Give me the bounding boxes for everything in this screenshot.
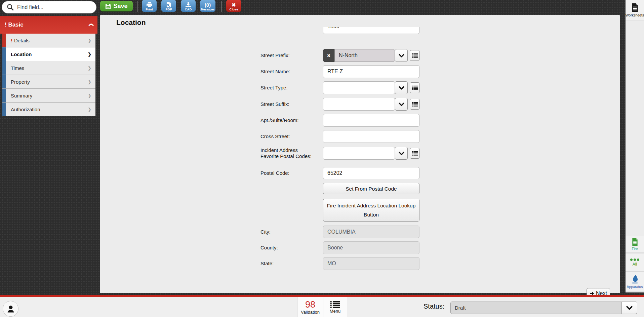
required-flag: ! bbox=[11, 38, 12, 43]
street-name-input[interactable] bbox=[323, 65, 419, 78]
state-ctrl: MO bbox=[323, 257, 419, 270]
favorite-postal-codes-dropdown-button[interactable] bbox=[395, 147, 408, 160]
street-number-input[interactable] bbox=[323, 27, 419, 34]
city-row: City: COLUMBIA bbox=[100, 226, 620, 238]
fire-label: Fire bbox=[632, 247, 638, 251]
postal-code-label: Postal Code: bbox=[260, 170, 321, 176]
messages-button[interactable]: (0) Messages bbox=[200, 0, 215, 12]
apparatus-tab[interactable]: Apparatus bbox=[626, 272, 644, 291]
sidebar-section-basic[interactable]: ! Basic ❯ bbox=[0, 16, 97, 34]
cross-street-label: Cross Street: bbox=[260, 133, 321, 140]
item-accent-bar bbox=[2, 103, 6, 116]
worksheets-tab[interactable]: Worksheets bbox=[626, 0, 644, 21]
street-prefix-list-button[interactable] bbox=[410, 50, 420, 61]
chevron-down-icon bbox=[399, 86, 404, 90]
sidebar-item-label: Property bbox=[11, 79, 30, 85]
apparatus-label: Apparatus bbox=[627, 285, 643, 289]
item-accent-bar bbox=[2, 89, 6, 102]
search-input[interactable] bbox=[17, 4, 91, 10]
street-type-dropdown-button[interactable] bbox=[395, 81, 408, 94]
item-accent-bar bbox=[2, 47, 6, 61]
user-avatar[interactable] bbox=[3, 301, 18, 317]
fire-tab[interactable]: Fire bbox=[626, 236, 644, 253]
county-ctrl: Boone bbox=[323, 241, 419, 254]
label-line-1: Incident Address bbox=[260, 147, 321, 153]
apt-suite-room-row: Apt./Suite/Room: bbox=[100, 114, 620, 127]
close-button[interactable]: ✖ Close bbox=[226, 0, 241, 12]
search-icon bbox=[7, 4, 14, 11]
chevron-down-icon bbox=[399, 54, 404, 57]
status-dropdown-button[interactable] bbox=[621, 302, 637, 314]
list-icon bbox=[412, 151, 418, 156]
set-from-postal-code-button[interactable]: Set From Postal Code bbox=[323, 183, 419, 194]
sidebar-item-location[interactable]: Location ❯ bbox=[2, 47, 95, 61]
validation-button[interactable]: 98 Validation bbox=[297, 297, 323, 317]
city-ctrl: COLUMBIA bbox=[323, 226, 419, 238]
close-label: Close bbox=[230, 8, 238, 11]
apparatus-flame-icon bbox=[631, 275, 639, 284]
set-from-postal-row: Set From Postal Code bbox=[100, 183, 620, 194]
list-icon bbox=[412, 102, 418, 107]
street-prefix-value[interactable]: N-North bbox=[334, 49, 395, 62]
bottom-bar: 98 Validation Menu Status: Draft bbox=[0, 295, 644, 317]
address-lookup-row: Fire Incident Address Location Lookup Bu… bbox=[100, 199, 620, 222]
street-suffix-list-button[interactable] bbox=[410, 99, 420, 110]
menu-icon bbox=[330, 301, 340, 308]
messages-count-badge: (0) bbox=[205, 3, 211, 7]
street-suffix-value[interactable] bbox=[323, 98, 395, 111]
postal-code-input[interactable] bbox=[323, 167, 419, 179]
apt-suite-room-input[interactable] bbox=[323, 114, 419, 127]
sidebar-item-label: Summary bbox=[11, 93, 32, 98]
favorite-postal-codes-list-button[interactable] bbox=[410, 148, 420, 159]
cross-street-input[interactable] bbox=[323, 130, 419, 143]
main-content-panel: Location Street Prefix: ✖ N-North bbox=[100, 15, 620, 293]
apt-suite-room-ctrl bbox=[323, 114, 419, 127]
item-accent-bar bbox=[2, 34, 6, 47]
sidebar-section-title: ! Basic bbox=[5, 22, 24, 28]
pdf-label: PDF bbox=[166, 8, 172, 11]
save-icon bbox=[105, 3, 111, 9]
sidebar-item-summary[interactable]: Summary ❯ bbox=[2, 89, 95, 103]
lookup-label-line-2: Button bbox=[364, 210, 379, 219]
city-readonly-field: COLUMBIA bbox=[323, 226, 419, 238]
messages-label: Messages bbox=[201, 8, 215, 11]
sidebar-item-authorization[interactable]: Authorization ❯ bbox=[2, 103, 95, 116]
street-prefix-dropdown-button[interactable] bbox=[395, 49, 408, 62]
chevron-down-icon bbox=[626, 306, 633, 310]
menu-button[interactable]: Menu bbox=[323, 297, 347, 317]
fire-incident-address-lookup-button[interactable]: Fire Incident Address Location Lookup Bu… bbox=[323, 199, 419, 222]
all-tab[interactable]: All bbox=[626, 253, 644, 272]
print-button[interactable]: Print bbox=[142, 0, 157, 12]
set-from-postal-code-label: Set From Postal Code bbox=[346, 184, 397, 193]
street-type-list-button[interactable] bbox=[410, 82, 420, 93]
lookup-label-line-1: Fire Incident Address Location Lookup bbox=[327, 201, 416, 210]
sidebar-item-label: Details bbox=[14, 38, 30, 43]
chevron-right-icon: ❯ bbox=[88, 79, 91, 84]
save-button[interactable]: Save bbox=[100, 1, 133, 11]
app-window: Save Print PDF CAD (0) Messages ✖ bbox=[0, 0, 644, 317]
clear-icon[interactable]: ✖ bbox=[323, 49, 334, 62]
sidebar-item-property[interactable]: Property ❯ bbox=[2, 75, 95, 89]
street-name-ctrl bbox=[323, 65, 419, 78]
sidebar-item-details[interactable]: ! Details ❯ bbox=[2, 34, 95, 47]
sidebar-item-times[interactable]: Times ❯ bbox=[2, 61, 95, 75]
pdf-button[interactable]: PDF bbox=[161, 0, 176, 12]
download-icon bbox=[185, 2, 191, 7]
chevron-right-icon: ❯ bbox=[88, 52, 91, 57]
set-from-postal-ctrl: Set From Postal Code bbox=[323, 183, 419, 194]
sidebar-item-label: Authorization bbox=[11, 107, 40, 112]
arrow-right-icon bbox=[590, 291, 594, 295]
fire-report-icon bbox=[632, 238, 638, 246]
pdf-icon bbox=[166, 2, 171, 7]
cad-button[interactable]: CAD bbox=[181, 0, 196, 12]
chevron-right-icon: ❯ bbox=[88, 93, 91, 98]
street-suffix-dropdown-button[interactable] bbox=[395, 98, 408, 111]
cad-label: CAD bbox=[185, 8, 192, 11]
street-prefix-row: Street Prefix: ✖ N-North bbox=[100, 49, 620, 62]
clipped-field-wrap bbox=[323, 27, 419, 34]
status-select[interactable]: Draft bbox=[450, 302, 637, 314]
street-type-value[interactable] bbox=[323, 81, 395, 94]
favorite-postal-codes-value[interactable] bbox=[323, 147, 395, 160]
state-readonly-field: MO bbox=[323, 257, 419, 270]
validation-count: 98 bbox=[305, 300, 315, 309]
